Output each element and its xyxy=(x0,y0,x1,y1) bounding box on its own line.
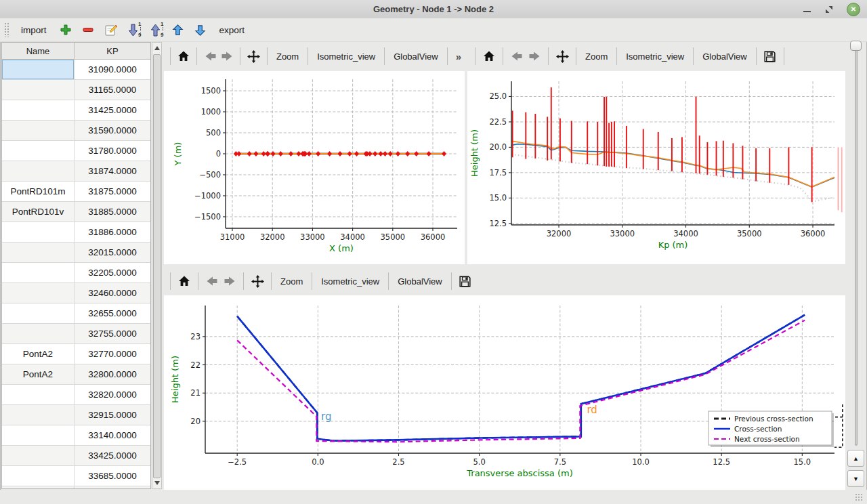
kp-cell[interactable]: 32800.0000 xyxy=(75,364,150,385)
zoom-button[interactable]: Zoom xyxy=(276,274,307,289)
move-down-button[interactable] xyxy=(191,21,209,39)
name-cell[interactable]: PontA2 xyxy=(2,364,75,385)
table-row[interactable] xyxy=(2,486,150,489)
toolbar-drag-handle[interactable] xyxy=(4,22,9,37)
table-row[interactable]: 31090.0000 xyxy=(2,60,150,80)
zoom-button[interactable]: Zoom xyxy=(272,49,303,64)
name-cell[interactable] xyxy=(2,222,75,243)
global-view-button[interactable]: GlobalView xyxy=(698,49,751,64)
close-button[interactable]: ✕ xyxy=(847,3,860,16)
sort-ascending-button[interactable]: 19 xyxy=(146,21,165,39)
table-scrollbar-thumb[interactable] xyxy=(153,54,161,478)
table-row[interactable]: 32460.0000 xyxy=(2,283,150,303)
delete-row-button[interactable] xyxy=(79,21,98,39)
name-cell[interactable] xyxy=(2,466,75,486)
back-button[interactable] xyxy=(203,272,221,290)
kp-cell[interactable]: 32915.0000 xyxy=(75,405,150,425)
kp-cell[interactable]: 32770.0000 xyxy=(75,344,150,364)
kp-cell[interactable]: 32755.0000 xyxy=(75,324,150,344)
kp-cell[interactable]: 32460.0000 xyxy=(75,283,150,303)
scroll-up-icon[interactable] xyxy=(154,46,160,50)
table-row[interactable]: 31780.0000 xyxy=(2,141,150,161)
isometric-view-button[interactable]: Isometric_view xyxy=(317,274,383,289)
pan-button[interactable] xyxy=(245,47,261,65)
kp-cell[interactable]: 32655.0000 xyxy=(75,303,150,324)
global-view-button[interactable]: GlobalView xyxy=(394,274,446,289)
table-row[interactable]: PontRD101m31875.0000 xyxy=(2,182,150,202)
titlebar[interactable]: Geometry - Node 1 -> Node 2 ✕ xyxy=(0,0,867,19)
name-cell[interactable] xyxy=(2,283,75,303)
forward-button[interactable] xyxy=(221,272,238,290)
table-row[interactable]: 31886.0000 xyxy=(2,222,150,243)
pan-button[interactable] xyxy=(553,47,571,65)
minimize-button[interactable] xyxy=(803,11,811,12)
kp-cell[interactable]: 31780.0000 xyxy=(75,141,150,161)
table-row[interactable]: 32655.0000 xyxy=(2,303,150,324)
kp-cell[interactable]: 32015.0000 xyxy=(75,243,150,263)
table-row[interactable]: 32205.0000 xyxy=(2,263,150,283)
table-row[interactable]: 31425.0000 xyxy=(2,100,150,121)
save-button[interactable] xyxy=(457,272,474,290)
table-row[interactable]: 32015.0000 xyxy=(2,243,150,263)
edit-button[interactable] xyxy=(102,21,120,39)
profile-view-chart[interactable]: 320003300034000350003600012.515.017.520.… xyxy=(467,71,845,264)
table-header-name[interactable]: Name xyxy=(2,43,75,59)
save-button[interactable] xyxy=(761,47,779,65)
name-cell[interactable] xyxy=(2,100,75,121)
table-row[interactable]: 31874.0000 xyxy=(2,161,150,182)
kp-cell[interactable]: 31090.0000 xyxy=(75,60,150,80)
right-slider-thumb[interactable] xyxy=(850,41,862,51)
move-up-button[interactable] xyxy=(169,21,187,39)
name-cell[interactable] xyxy=(2,161,75,182)
name-cell[interactable]: PontRD101v xyxy=(2,202,75,222)
table-row[interactable]: PontRD101v31885.0000 xyxy=(2,202,150,222)
kp-cell[interactable]: 32820.0000 xyxy=(75,385,150,405)
name-cell[interactable] xyxy=(2,425,75,446)
name-cell[interactable] xyxy=(2,263,75,283)
table-row[interactable]: PontA232770.0000 xyxy=(2,344,150,364)
table-row[interactable]: 32755.0000 xyxy=(2,324,150,344)
kp-cell[interactable]: 33140.0000 xyxy=(75,425,150,446)
plan-view-chart[interactable]: 310003200033000340003500036000−1500−1000… xyxy=(164,71,465,264)
isometric-view-button[interactable]: Isometric_view xyxy=(622,49,688,64)
home-button[interactable] xyxy=(480,47,498,65)
kp-cell[interactable]: 33685.0000 xyxy=(75,466,150,486)
table-row[interactable]: PontA232800.0000 xyxy=(2,364,150,385)
table-row[interactable]: 33140.0000 xyxy=(2,425,150,446)
back-button[interactable] xyxy=(508,47,526,65)
toolbar-overflow-button[interactable]: » xyxy=(452,51,465,62)
import-button[interactable]: import xyxy=(15,22,53,39)
table-row[interactable]: 31165.0000 xyxy=(2,80,150,100)
kp-cell[interactable]: 31590.0000 xyxy=(75,121,150,141)
name-cell[interactable] xyxy=(2,60,75,80)
table-row[interactable]: 32915.0000 xyxy=(2,405,150,425)
table-row[interactable]: 33685.0000 xyxy=(2,466,150,486)
cross-section-chart[interactable]: −2.50.02.55.07.510.012.515.020212223Tran… xyxy=(164,295,845,490)
kp-cell[interactable]: 33425.0000 xyxy=(75,446,150,466)
zoom-button[interactable]: Zoom xyxy=(581,49,612,64)
kp-cell[interactable] xyxy=(75,486,150,489)
name-cell[interactable] xyxy=(2,385,75,405)
name-cell[interactable] xyxy=(2,405,75,425)
name-cell[interactable] xyxy=(2,324,75,344)
kp-cell[interactable]: 31874.0000 xyxy=(75,161,150,182)
global-view-button[interactable]: GlobalView xyxy=(389,49,442,64)
scroll-up-button[interactable]: ▲ xyxy=(847,450,864,467)
kp-cell[interactable]: 31886.0000 xyxy=(75,222,150,243)
kp-cell[interactable]: 32205.0000 xyxy=(75,263,150,283)
scroll-down-button[interactable]: ▼ xyxy=(847,470,864,487)
table-header-kp[interactable]: KP xyxy=(75,43,150,59)
right-slider-track[interactable] xyxy=(855,45,858,446)
name-cell[interactable] xyxy=(2,303,75,324)
forward-button[interactable] xyxy=(526,47,543,65)
kp-cell[interactable]: 31875.0000 xyxy=(75,182,150,202)
pan-button[interactable] xyxy=(249,272,266,290)
table-row[interactable]: 32820.0000 xyxy=(2,385,150,405)
table-scrollbar[interactable] xyxy=(152,42,162,489)
table-row[interactable]: 33425.0000 xyxy=(2,446,150,466)
scroll-down-zone[interactable] xyxy=(152,478,161,488)
kp-cell[interactable]: 31425.0000 xyxy=(75,100,150,121)
name-cell[interactable] xyxy=(2,80,75,100)
export-button[interactable]: export xyxy=(213,22,251,39)
name-cell[interactable] xyxy=(2,141,75,161)
